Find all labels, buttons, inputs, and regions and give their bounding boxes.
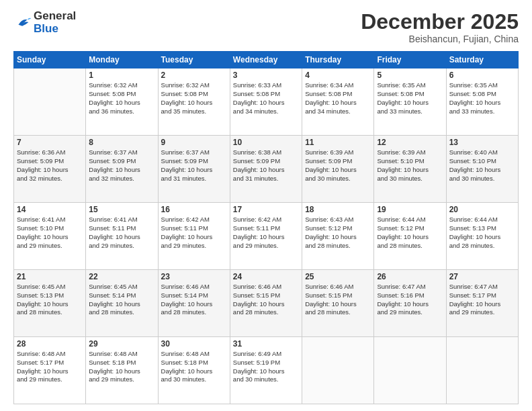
day-info: Sunrise: 6:37 AM Sunset: 5:09 PM Dayligh… [89,148,154,183]
day-number: 12 [377,138,443,147]
day-number: 25 [305,272,371,281]
table-row: 6Sunrise: 6:35 AM Sunset: 5:08 PM Daylig… [446,68,518,136]
day-number: 16 [161,205,227,214]
day-info: Sunrise: 6:48 AM Sunset: 5:18 PM Dayligh… [89,350,154,384]
day-number: 30 [161,339,227,349]
day-info: Sunrise: 6:39 AM Sunset: 5:10 PM Dayligh… [377,148,443,183]
day-info: Sunrise: 6:46 AM Sunset: 5:15 PM Dayligh… [305,283,371,317]
logo: General Blue [13,10,76,35]
day-info: Sunrise: 6:46 AM Sunset: 5:15 PM Dayligh… [233,283,299,317]
table-row: 20Sunrise: 6:44 AM Sunset: 5:13 PM Dayli… [446,203,518,270]
day-number: 24 [233,272,299,281]
day-number: 15 [89,205,154,214]
page: General Blue December 2025 Beishancun, F… [0,0,532,411]
day-number: 7 [17,138,83,147]
table-row [374,337,446,404]
day-info: Sunrise: 6:41 AM Sunset: 5:11 PM Dayligh… [89,216,154,250]
table-row: 28Sunrise: 6:48 AM Sunset: 5:17 PM Dayli… [14,337,86,404]
table-row: 4Sunrise: 6:34 AM Sunset: 5:08 PM Daylig… [302,68,374,136]
table-row: 19Sunrise: 6:44 AM Sunset: 5:12 PM Dayli… [374,203,446,270]
day-info: Sunrise: 6:39 AM Sunset: 5:09 PM Dayligh… [305,148,371,183]
location: Beishancun, Fujian, China [361,34,519,44]
table-row: 17Sunrise: 6:42 AM Sunset: 5:11 PM Dayli… [230,203,302,270]
day-number: 2 [161,71,227,80]
table-row: 8Sunrise: 6:37 AM Sunset: 5:09 PM Daylig… [86,136,158,203]
day-info: Sunrise: 6:32 AM Sunset: 5:08 PM Dayligh… [89,81,154,116]
table-row: 26Sunrise: 6:47 AM Sunset: 5:16 PM Dayli… [374,270,446,337]
logo-line1: General [34,10,76,23]
day-number: 8 [89,138,154,147]
day-info: Sunrise: 6:44 AM Sunset: 5:13 PM Dayligh… [449,216,515,250]
day-info: Sunrise: 6:34 AM Sunset: 5:08 PM Dayligh… [305,81,371,116]
table-row: 15Sunrise: 6:41 AM Sunset: 5:11 PM Dayli… [86,203,158,270]
day-number: 22 [89,272,154,281]
table-row: 24Sunrise: 6:46 AM Sunset: 5:15 PM Dayli… [230,270,302,337]
table-row: 27Sunrise: 6:47 AM Sunset: 5:17 PM Dayli… [446,270,518,337]
day-number: 26 [377,272,443,281]
day-info: Sunrise: 6:48 AM Sunset: 5:18 PM Dayligh… [161,350,227,384]
day-info: Sunrise: 6:45 AM Sunset: 5:13 PM Dayligh… [17,283,83,317]
col-monday: Monday [86,52,158,68]
day-info: Sunrise: 6:42 AM Sunset: 5:11 PM Dayligh… [161,216,227,250]
calendar-header-row: Sunday Monday Tuesday Wednesday Thursday… [14,52,519,68]
day-number: 29 [89,339,154,349]
calendar-week-row: 28Sunrise: 6:48 AM Sunset: 5:17 PM Dayli… [14,337,519,404]
col-tuesday: Tuesday [158,52,230,68]
table-row: 29Sunrise: 6:48 AM Sunset: 5:18 PM Dayli… [86,337,158,404]
table-row [302,337,374,404]
day-number: 20 [449,205,515,214]
table-row: 14Sunrise: 6:41 AM Sunset: 5:10 PM Dayli… [14,203,86,270]
table-row: 1Sunrise: 6:32 AM Sunset: 5:08 PM Daylig… [86,68,158,136]
table-row: 12Sunrise: 6:39 AM Sunset: 5:10 PM Dayli… [374,136,446,203]
day-info: Sunrise: 6:32 AM Sunset: 5:08 PM Dayligh… [161,81,227,116]
day-info: Sunrise: 6:44 AM Sunset: 5:12 PM Dayligh… [377,216,443,250]
table-row [14,68,86,136]
calendar-week-row: 1Sunrise: 6:32 AM Sunset: 5:08 PM Daylig… [14,68,519,136]
day-number: 6 [449,71,515,80]
day-number: 3 [233,71,299,80]
day-info: Sunrise: 6:49 AM Sunset: 5:19 PM Dayligh… [233,350,299,384]
day-info: Sunrise: 6:45 AM Sunset: 5:14 PM Dayligh… [89,283,154,317]
table-row: 10Sunrise: 6:38 AM Sunset: 5:09 PM Dayli… [230,136,302,203]
day-number: 27 [449,272,515,281]
calendar-week-row: 14Sunrise: 6:41 AM Sunset: 5:10 PM Dayli… [14,203,519,270]
header: General Blue December 2025 Beishancun, F… [13,10,519,44]
calendar-week-row: 7Sunrise: 6:36 AM Sunset: 5:09 PM Daylig… [14,136,519,203]
day-info: Sunrise: 6:41 AM Sunset: 5:10 PM Dayligh… [17,216,83,250]
col-saturday: Saturday [446,52,518,68]
day-info: Sunrise: 6:36 AM Sunset: 5:09 PM Dayligh… [17,148,83,183]
table-row: 23Sunrise: 6:46 AM Sunset: 5:14 PM Dayli… [158,270,230,337]
table-row: 18Sunrise: 6:43 AM Sunset: 5:12 PM Dayli… [302,203,374,270]
day-number: 14 [17,205,83,214]
calendar-week-row: 21Sunrise: 6:45 AM Sunset: 5:13 PM Dayli… [14,270,519,337]
day-number: 11 [305,138,371,147]
table-row: 22Sunrise: 6:45 AM Sunset: 5:14 PM Dayli… [86,270,158,337]
table-row: 13Sunrise: 6:40 AM Sunset: 5:10 PM Dayli… [446,136,518,203]
day-info: Sunrise: 6:38 AM Sunset: 5:09 PM Dayligh… [233,148,299,183]
day-info: Sunrise: 6:35 AM Sunset: 5:08 PM Dayligh… [449,81,515,116]
day-number: 21 [17,272,83,281]
table-row: 16Sunrise: 6:42 AM Sunset: 5:11 PM Dayli… [158,203,230,270]
table-row [446,337,518,404]
col-sunday: Sunday [14,52,86,68]
day-info: Sunrise: 6:47 AM Sunset: 5:17 PM Dayligh… [449,283,515,317]
day-number: 31 [233,339,299,349]
table-row: 21Sunrise: 6:45 AM Sunset: 5:13 PM Dayli… [14,270,86,337]
month-title: December 2025 [361,10,519,34]
day-info: Sunrise: 6:33 AM Sunset: 5:08 PM Dayligh… [233,81,299,116]
table-row: 11Sunrise: 6:39 AM Sunset: 5:09 PM Dayli… [302,136,374,203]
day-number: 4 [305,71,371,80]
day-info: Sunrise: 6:42 AM Sunset: 5:11 PM Dayligh… [233,216,299,250]
title-block: December 2025 Beishancun, Fujian, China [361,10,519,44]
table-row: 30Sunrise: 6:48 AM Sunset: 5:18 PM Dayli… [158,337,230,404]
day-number: 18 [305,205,371,214]
table-row: 7Sunrise: 6:36 AM Sunset: 5:09 PM Daylig… [14,136,86,203]
table-row: 3Sunrise: 6:33 AM Sunset: 5:08 PM Daylig… [230,68,302,136]
table-row: 31Sunrise: 6:49 AM Sunset: 5:19 PM Dayli… [230,337,302,404]
day-number: 13 [449,138,515,147]
table-row: 25Sunrise: 6:46 AM Sunset: 5:15 PM Dayli… [302,270,374,337]
day-number: 5 [377,71,443,80]
day-info: Sunrise: 6:37 AM Sunset: 5:09 PM Dayligh… [161,148,227,183]
col-thursday: Thursday [302,52,374,68]
day-info: Sunrise: 6:40 AM Sunset: 5:10 PM Dayligh… [449,148,515,183]
